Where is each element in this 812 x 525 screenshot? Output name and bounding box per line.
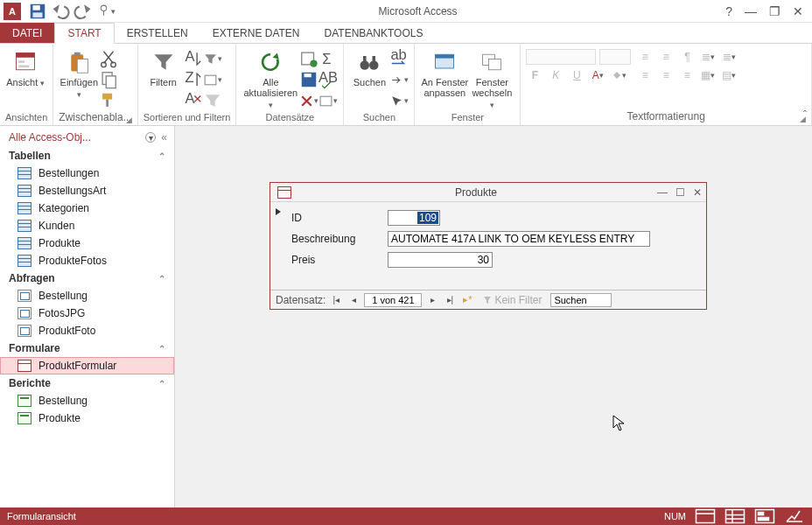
refresh-all-button[interactable]: Alle aktualisieren: [242, 46, 299, 110]
nav-group-header-queries[interactable]: Abfragen⌃: [0, 270, 174, 287]
tab-database-tools[interactable]: DATENBANKTOOLS: [312, 23, 436, 43]
nav-query-item[interactable]: Bestellung: [0, 287, 174, 304]
fill-color-icon[interactable]: [610, 67, 627, 83]
align-left-icon[interactable]: ≡: [636, 67, 654, 83]
delete-record-icon[interactable]: [299, 92, 318, 109]
sort-desc-icon[interactable]: Z: [184, 71, 203, 88]
bold-icon[interactable]: F: [526, 67, 543, 83]
nav-table-item[interactable]: BestellungsArt: [0, 182, 174, 200]
advanced-filter-icon[interactable]: [203, 71, 222, 88]
nav-table-item[interactable]: ProdukteFotos: [0, 252, 174, 270]
close-icon[interactable]: ✕: [793, 4, 803, 18]
last-record-icon[interactable]: ▸|: [443, 293, 457, 307]
gridlines-icon[interactable]: ▦: [699, 67, 717, 83]
nav-category-dropdown-icon[interactable]: ▾: [145, 132, 156, 143]
italic-icon[interactable]: K: [547, 67, 564, 83]
new-record-icon[interactable]: [299, 50, 318, 67]
form-view-icon[interactable]: [695, 509, 716, 523]
form-window-titlebar[interactable]: Produkte — ☐ ✕: [270, 183, 706, 202]
nav-query-item[interactable]: ProduktFoto: [0, 322, 174, 340]
totals-icon[interactable]: Σ: [318, 50, 338, 67]
view-button[interactable]: Ansicht: [5, 46, 46, 88]
next-record-icon[interactable]: ▸: [425, 293, 439, 307]
paste-button[interactable]: Einfügen: [59, 46, 99, 100]
table-icon: [18, 167, 32, 179]
svg-rect-29: [363, 56, 367, 62]
window-maximize-icon[interactable]: ☐: [671, 186, 689, 199]
font-color-icon[interactable]: A: [589, 67, 606, 83]
remove-sort-icon[interactable]: A: [184, 92, 203, 109]
layout-view-icon[interactable]: [754, 509, 775, 523]
nav-group-header-tables[interactable]: Tabellen⌃: [0, 147, 174, 164]
first-record-icon[interactable]: |◂: [329, 293, 343, 307]
minimize-icon[interactable]: —: [745, 4, 757, 18]
font-size-select[interactable]: [599, 49, 631, 65]
collapse-ribbon-icon[interactable]: ˆ: [803, 109, 807, 122]
record-position-field[interactable]: [364, 293, 422, 307]
alt-row-color-icon[interactable]: ▤: [720, 67, 738, 83]
prev-record-icon[interactable]: ◂: [346, 293, 360, 307]
nav-table-item[interactable]: Kunden: [0, 217, 174, 234]
nav-shutter-icon[interactable]: «: [161, 131, 167, 144]
cut-icon[interactable]: [99, 50, 118, 67]
toggle-filter-icon[interactable]: [203, 92, 222, 109]
font-family-select[interactable]: [526, 49, 596, 65]
save-icon[interactable]: [28, 2, 47, 21]
text-direction-icon[interactable]: ¶: [678, 49, 696, 65]
sort-asc-icon[interactable]: A: [184, 50, 203, 67]
undo-icon[interactable]: [51, 2, 70, 21]
window-minimize-icon[interactable]: —: [654, 186, 671, 199]
redo-icon[interactable]: [74, 2, 93, 21]
save-record-icon[interactable]: [299, 71, 318, 88]
bullets-icon[interactable]: ≣: [699, 49, 717, 65]
numbering-icon[interactable]: ≣: [720, 49, 738, 65]
copy-icon[interactable]: [99, 71, 118, 88]
record-search-input[interactable]: [550, 293, 612, 307]
nav-title[interactable]: Alle Access-Obj...: [9, 131, 142, 144]
tab-file[interactable]: DATEI: [0, 23, 54, 43]
tab-start[interactable]: START: [54, 23, 114, 44]
record-selector[interactable]: [272, 206, 284, 293]
query-icon: [18, 290, 32, 302]
dialog-launcher-icon[interactable]: ◢: [126, 116, 132, 124]
decrease-indent-icon[interactable]: ≡: [636, 49, 654, 65]
align-right-icon[interactable]: ≡: [678, 67, 696, 83]
datasheet-view-icon[interactable]: [724, 509, 746, 523]
help-icon[interactable]: ?: [725, 4, 732, 18]
more-records-icon[interactable]: [318, 92, 338, 109]
price-field[interactable]: [388, 252, 493, 268]
id-field[interactable]: 109: [388, 210, 440, 226]
window-close-icon[interactable]: ✕: [689, 186, 706, 199]
nav-query-item[interactable]: FotosJPG: [0, 304, 174, 322]
filter-indicator[interactable]: Kein Filter: [483, 294, 542, 306]
align-center-icon[interactable]: ≡: [657, 67, 675, 83]
nav-table-item[interactable]: Produkte: [0, 234, 174, 252]
status-view-label: Formularansicht: [7, 511, 655, 522]
fit-window-button[interactable]: An Fenster anpassen: [420, 46, 469, 98]
qat-customize-icon[interactable]: [96, 2, 116, 21]
nav-group-header-reports[interactable]: Berichte⌃: [0, 374, 174, 392]
increase-indent-icon[interactable]: ≡: [657, 49, 675, 65]
tab-create[interactable]: ERSTELLEN: [115, 23, 200, 43]
filter-button[interactable]: Filtern: [144, 46, 184, 88]
nav-report-item[interactable]: Produkte: [0, 410, 174, 427]
nav-group-header-forms[interactable]: Formulare⌃: [0, 340, 174, 357]
nav-table-item[interactable]: Kategorien: [0, 200, 174, 217]
replace-icon[interactable]: ab: [389, 50, 409, 67]
goto-icon[interactable]: [389, 71, 409, 88]
format-painter-icon[interactable]: [99, 92, 118, 109]
description-field[interactable]: [388, 231, 650, 247]
switch-windows-button[interactable]: Fenster wechseln: [469, 46, 514, 110]
restore-icon[interactable]: ❐: [769, 4, 780, 18]
design-view-icon[interactable]: [784, 509, 805, 523]
underline-icon[interactable]: U: [568, 67, 585, 83]
spelling-icon[interactable]: ABC: [318, 71, 338, 88]
new-record-nav-icon[interactable]: ▸*: [460, 293, 474, 307]
find-button[interactable]: Suchen: [349, 46, 389, 88]
tab-external-data[interactable]: EXTERNE DATEN: [200, 23, 312, 43]
selection-filter-icon[interactable]: [203, 50, 222, 67]
select-icon[interactable]: [389, 92, 409, 109]
nav-report-item[interactable]: Bestellung: [0, 392, 174, 410]
nav-form-item[interactable]: ProduktFormular: [0, 357, 174, 374]
nav-table-item[interactable]: Bestellungen: [0, 164, 174, 182]
